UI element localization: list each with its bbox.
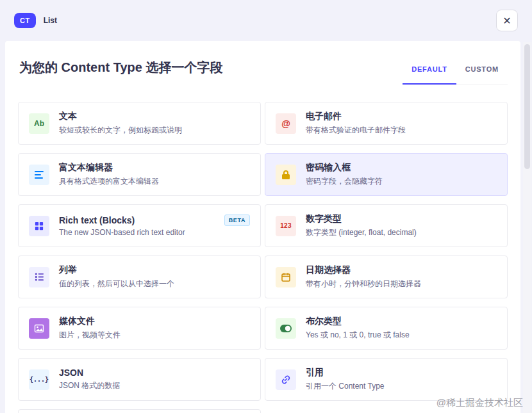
content-type-builder-logo: CT <box>14 13 36 28</box>
field-description: 密码字段，会隐藏字符 <box>306 176 383 187</box>
field-card-enumeration[interactable]: 列举 值的列表，然后可以从中选择一个 <box>18 255 261 298</box>
field-card-number[interactable]: 123 数字类型 数字类型 (integer, float, decimal) <box>265 204 508 247</box>
field-description: 带有小时，分钟和秒的日期选择器 <box>306 279 421 289</box>
field-card-json[interactable]: {...} JSON JSON 格式的数据 <box>18 358 261 401</box>
field-title: 引用 <box>306 367 385 378</box>
close-button[interactable]: ✕ <box>496 10 518 31</box>
modal-header: 为您的 Content Type 选择一个字段 DEFAULT CUSTOM <box>18 59 508 85</box>
field-description: 较短或较长的文字，例如标题或说明 <box>59 125 182 136</box>
close-icon: ✕ <box>503 15 511 27</box>
field-description: JSON 格式的数据 <box>59 380 120 391</box>
field-title: 列举 <box>59 264 174 276</box>
scrollbar-thumb[interactable] <box>524 44 530 169</box>
number-icon-glyph: 123 <box>280 222 292 229</box>
lock-icon <box>276 165 296 185</box>
watermark: @稀土掘金技术社区 <box>436 397 523 409</box>
json-field-icon: {...} <box>29 369 49 390</box>
enumeration-icon <box>29 267 49 287</box>
blocks-icon <box>29 216 49 236</box>
content-type-name: List <box>44 16 57 25</box>
field-description: The new JSON-based rich text editor <box>59 228 185 237</box>
field-description: 数字类型 (integer, float, decimal) <box>306 227 417 238</box>
field-description: Yes 或 no, 1 或 0, true 或 false <box>306 330 410 341</box>
field-card-richtext[interactable]: 富文本编辑器 具有格式选项的富文本编辑器 <box>18 153 261 196</box>
boolean-toggle-icon <box>276 318 296 339</box>
field-description: 带有格式验证的电子邮件字段 <box>306 125 406 136</box>
field-card-uid[interactable]: UID <box>18 409 261 413</box>
top-bar: CT List ✕ <box>0 0 532 41</box>
field-title: Rich text (Blocks) <box>59 215 185 225</box>
field-card-relation[interactable]: 引用 引用一个 Content Type <box>265 358 508 401</box>
field-title: 媒体文件 <box>59 316 121 327</box>
field-title: 布尔类型 <box>306 316 410 327</box>
field-card-boolean[interactable]: 布尔类型 Yes 或 no, 1 或 0, true 或 false <box>265 307 508 350</box>
text-icon-glyph: Ab <box>34 119 44 128</box>
field-title: 文本 <box>59 111 182 122</box>
field-description: 具有格式选项的富文本编辑器 <box>59 176 159 187</box>
field-description: 值的列表，然后可以从中选择一个 <box>59 279 174 289</box>
field-description: 图片，视频等文件 <box>59 330 121 341</box>
tab-custom[interactable]: CUSTOM <box>456 59 508 85</box>
field-card-text[interactable]: Ab 文本 较短或较长的文字，例如标题或说明 <box>18 102 261 145</box>
richtext-icon <box>29 165 49 185</box>
vertical-scrollbar[interactable] <box>523 42 531 413</box>
field-title: JSON <box>59 368 120 378</box>
email-field-icon: @ <box>276 113 296 134</box>
field-title: 电子邮件 <box>306 111 406 122</box>
field-card-email[interactable]: @ 电子邮件 带有格式验证的电子邮件字段 <box>265 102 508 145</box>
json-icon-glyph: {...} <box>29 376 49 383</box>
number-field-icon: 123 <box>276 216 296 236</box>
tab-bar: DEFAULT CUSTOM <box>403 59 508 85</box>
field-card-blocks[interactable]: Rich text (Blocks) The new JSON-based ri… <box>18 204 261 247</box>
field-description: 引用一个 Content Type <box>306 381 385 392</box>
field-card-date[interactable]: 日期选择器 带有小时，分钟和秒的日期选择器 <box>265 255 508 298</box>
beta-badge: BETA <box>224 215 250 226</box>
field-title: 富文本编辑器 <box>59 162 159 174</box>
text-field-icon: Ab <box>29 113 49 134</box>
page: CT List ✕ 为您的 Content Type 选择一个字段 DEFAUL… <box>0 0 532 413</box>
field-title: 日期选择器 <box>306 264 421 276</box>
relation-link-icon <box>276 369 296 390</box>
calendar-icon <box>276 267 296 287</box>
field-type-grid: Ab 文本 较短或较长的文字，例如标题或说明 @ 电子邮件 带有格式验证的电子邮… <box>18 102 508 413</box>
field-select-modal: 为您的 Content Type 选择一个字段 DEFAULT CUSTOM A… <box>5 41 520 413</box>
field-title: 数字类型 <box>306 213 417 225</box>
field-card-password[interactable]: 密码输入框 密码字段，会隐藏字符 <box>265 153 508 196</box>
field-title: 密码输入框 <box>306 162 383 174</box>
media-icon <box>29 318 49 339</box>
field-card-media[interactable]: 媒体文件 图片，视频等文件 <box>18 307 261 350</box>
email-icon-glyph: @ <box>281 118 290 129</box>
modal-title: 为您的 Content Type 选择一个字段 <box>19 59 222 85</box>
tab-default[interactable]: DEFAULT <box>403 59 456 85</box>
